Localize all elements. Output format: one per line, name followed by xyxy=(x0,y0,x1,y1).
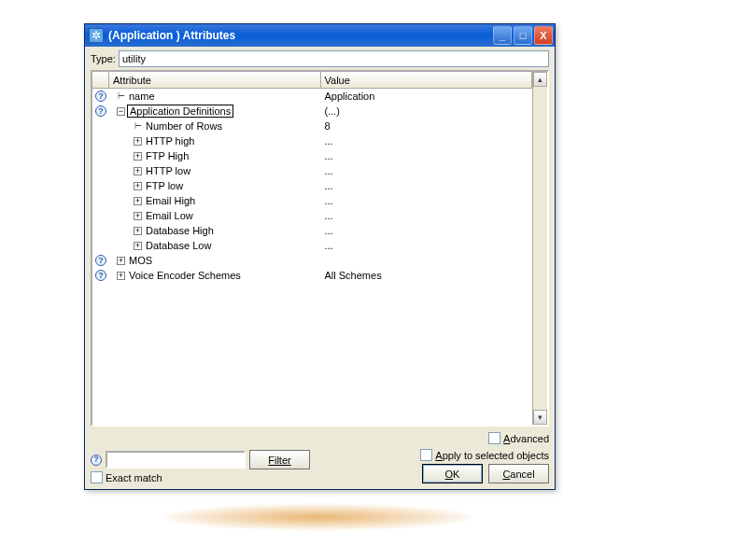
attribute-value[interactable]: All Schemes xyxy=(321,268,533,283)
exact-match-row: Exact match xyxy=(91,471,357,483)
ok-button[interactable]: OK xyxy=(422,464,483,483)
attribute-name: Database Low xyxy=(144,240,213,251)
attribute-value[interactable]: Application xyxy=(321,89,533,104)
attribute-value[interactable]: 8 xyxy=(321,119,533,133)
maximize-button[interactable]: □ xyxy=(514,26,532,45)
window-title: (Application ) Attributes xyxy=(108,29,493,42)
tree-branch-icon: ⊢ xyxy=(117,91,125,101)
exact-match-label: Exact match xyxy=(106,472,162,483)
attribute-value[interactable]: (...) xyxy=(321,104,533,119)
scroll-down-button[interactable]: ▾ xyxy=(533,410,547,425)
attribute-value[interactable] xyxy=(321,253,533,268)
minimize-button[interactable]: _ xyxy=(493,26,512,45)
titlebar-buttons: _ □ X xyxy=(493,26,553,45)
attribute-name: MOS xyxy=(127,255,154,266)
table-row[interactable]: +HTTP low... xyxy=(92,163,532,178)
table-row[interactable]: ?+Voice Encoder SchemesAll Schemes xyxy=(92,268,532,283)
expand-icon[interactable]: + xyxy=(117,272,125,280)
filter-button[interactable]: Filter xyxy=(249,450,310,469)
advanced-checkbox[interactable] xyxy=(488,432,500,444)
bottom-panel: ? Filter Exact match Advanced xyxy=(91,430,549,483)
tree-branch-icon: ⊢ xyxy=(134,121,142,131)
type-input[interactable] xyxy=(119,50,549,67)
collapse-icon[interactable]: − xyxy=(117,107,125,116)
apply-selected-checkbox[interactable] xyxy=(420,449,432,461)
expand-icon[interactable]: + xyxy=(134,152,142,161)
attribute-value[interactable]: ... xyxy=(321,148,533,163)
expand-icon[interactable]: + xyxy=(134,242,142,250)
expand-icon[interactable]: + xyxy=(134,137,142,146)
expand-icon[interactable]: + xyxy=(117,257,125,265)
attributes-window: ✲ (Application ) Attributes _ □ X Type: … xyxy=(84,23,556,490)
advanced-label: Advanced xyxy=(503,433,549,444)
attribute-name: Number of Rows xyxy=(144,120,224,132)
close-button[interactable]: X xyxy=(534,26,553,45)
type-label: Type: xyxy=(91,53,116,64)
vertical-scrollbar[interactable]: ▴ ▾ xyxy=(532,72,547,425)
type-row: Type: xyxy=(91,50,549,67)
attribute-name: Voice Encoder Schemes xyxy=(127,270,243,281)
attribute-value[interactable]: ... xyxy=(321,223,533,238)
attribute-value[interactable]: ... xyxy=(321,163,533,178)
grid-header-attribute[interactable]: Attribute xyxy=(109,72,321,88)
grid-body[interactable]: ?⊢nameApplication?−Application Definitio… xyxy=(92,89,532,425)
attribute-value[interactable]: ... xyxy=(321,193,533,208)
client-area: Type: Attribute Value ?⊢nameApplication?… xyxy=(85,47,555,489)
attribute-name: FTP low xyxy=(144,180,185,191)
attribute-name: HTTP high xyxy=(144,135,196,147)
exact-match-checkbox[interactable] xyxy=(91,471,103,483)
close-icon: X xyxy=(540,30,546,41)
help-icon[interactable]: ? xyxy=(95,255,106,266)
grid-header-value[interactable]: Value xyxy=(321,72,533,88)
grid-header-help xyxy=(92,72,109,88)
attribute-name: Email Low xyxy=(144,210,195,221)
titlebar[interactable]: ✲ (Application ) Attributes _ □ X xyxy=(85,24,555,47)
chevron-up-icon: ▴ xyxy=(538,75,543,84)
table-row[interactable]: ?+MOS xyxy=(92,253,532,268)
filter-help-icon[interactable]: ? xyxy=(91,455,102,466)
expand-icon[interactable]: + xyxy=(134,212,142,220)
attribute-value[interactable]: ... xyxy=(321,178,533,193)
expand-icon[interactable]: + xyxy=(134,227,142,235)
apply-selected-label: Apply to selected objects xyxy=(435,450,549,461)
attribute-name: name xyxy=(127,91,157,102)
attribute-grid: Attribute Value ?⊢nameApplication?−Appli… xyxy=(91,70,549,427)
table-row[interactable]: +Email Low... xyxy=(92,208,532,223)
filter-row: ? Filter xyxy=(91,450,357,469)
attribute-name: Email High xyxy=(144,195,197,206)
decorative-shadow xyxy=(163,504,472,530)
help-icon[interactable]: ? xyxy=(95,91,106,102)
filter-input[interactable] xyxy=(106,451,246,469)
cancel-button[interactable]: Cancel xyxy=(488,464,549,483)
minimize-icon: _ xyxy=(500,30,505,41)
attribute-name: FTP High xyxy=(144,150,190,161)
table-row[interactable]: +FTP low... xyxy=(92,178,532,193)
chevron-down-icon: ▾ xyxy=(538,413,543,422)
apply-selected-row: Apply to selected objects xyxy=(362,449,549,461)
table-row[interactable]: ⊢Number of Rows8 xyxy=(92,119,532,133)
table-row[interactable]: +Email High... xyxy=(92,193,532,208)
app-icon: ✲ xyxy=(89,28,104,43)
help-icon[interactable]: ? xyxy=(95,270,106,281)
attribute-value[interactable]: ... xyxy=(321,208,533,223)
table-row[interactable]: ?−Application Definitions(...) xyxy=(92,104,532,119)
maximize-icon: □ xyxy=(520,30,527,41)
grid-header: Attribute Value xyxy=(92,72,532,89)
advanced-row: Advanced xyxy=(362,432,549,444)
expand-icon[interactable]: + xyxy=(134,182,142,190)
table-row[interactable]: +FTP High... xyxy=(92,148,532,163)
attribute-value[interactable]: ... xyxy=(321,238,533,253)
expand-icon[interactable]: + xyxy=(134,167,142,175)
attribute-name: Application Definitions xyxy=(127,105,233,118)
table-row[interactable]: ?⊢nameApplication xyxy=(92,89,532,104)
help-icon[interactable]: ? xyxy=(95,105,106,117)
attribute-name: Database High xyxy=(144,225,216,236)
attribute-value[interactable]: ... xyxy=(321,133,533,148)
table-row[interactable]: +Database High... xyxy=(92,223,532,238)
table-row[interactable]: +Database Low... xyxy=(92,238,532,253)
scroll-up-button[interactable]: ▴ xyxy=(533,72,547,87)
table-row[interactable]: +HTTP high... xyxy=(92,133,532,148)
attribute-name: HTTP low xyxy=(144,165,192,176)
expand-icon[interactable]: + xyxy=(134,197,142,205)
